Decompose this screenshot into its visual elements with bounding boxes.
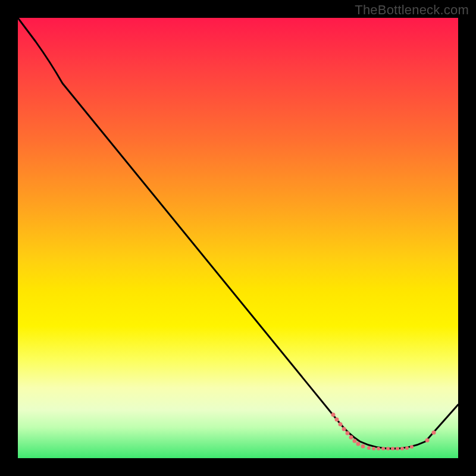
svg-point-12 — [381, 447, 385, 450]
svg-point-2 — [339, 422, 343, 427]
chart-frame: TheBottleneck.com — [0, 0, 476, 476]
svg-point-8 — [361, 444, 365, 449]
svg-point-9 — [367, 446, 371, 450]
svg-point-16 — [400, 447, 404, 450]
svg-point-5 — [349, 436, 353, 440]
svg-point-6 — [353, 439, 357, 443]
svg-point-1 — [335, 418, 339, 422]
svg-point-7 — [356, 442, 361, 446]
svg-point-0 — [331, 413, 336, 417]
watermark-text: TheBottleneck.com — [355, 2, 469, 18]
svg-point-19 — [425, 439, 430, 443]
plot-area — [18, 18, 458, 458]
svg-point-20 — [432, 431, 436, 435]
svg-point-15 — [396, 447, 399, 450]
svg-point-17 — [405, 446, 409, 450]
svg-point-4 — [346, 431, 350, 436]
svg-point-13 — [386, 447, 390, 450]
curve-path — [18, 18, 458, 449]
svg-point-14 — [391, 447, 394, 450]
svg-point-18 — [410, 445, 414, 449]
svg-point-3 — [342, 427, 346, 431]
svg-point-10 — [372, 447, 375, 450]
bottleneck-curve — [18, 18, 458, 458]
svg-point-11 — [377, 447, 380, 450]
highlight-dots-left — [331, 413, 365, 449]
